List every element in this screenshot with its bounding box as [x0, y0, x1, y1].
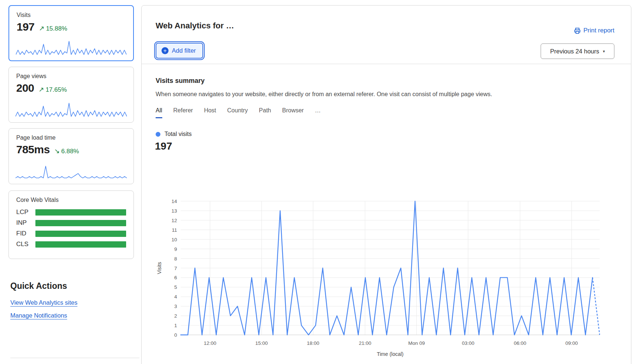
metric-title: Page load time — [16, 134, 126, 141]
sidebar: Visits 197 ↗15.88% Page views 200 ↗17.65… — [0, 0, 141, 364]
vital-row-fid: FID — [16, 230, 126, 237]
tab-all[interactable]: All — [156, 107, 162, 118]
svg-text:10: 10 — [171, 237, 177, 242]
svg-text:4: 4 — [174, 294, 177, 300]
metric-value: 200 — [16, 82, 34, 94]
metric-card-page-views[interactable]: Page views 200 ↗17.65% — [8, 67, 134, 123]
trend-value: 6.88% — [61, 148, 79, 155]
metric-value: 197 — [17, 21, 35, 33]
vital-label: FID — [16, 230, 35, 237]
total-visits-value: 197 — [155, 140, 172, 152]
core-web-vitals-card: Core Web Vitals LCP INP FID CLS — [8, 190, 134, 259]
svg-text:03:00: 03:00 — [462, 340, 474, 346]
svg-text:18:00: 18:00 — [307, 340, 319, 346]
svg-text:Time (local): Time (local) — [377, 351, 404, 357]
plus-circle-icon: + — [162, 47, 169, 54]
tab-browser[interactable]: Browser — [282, 107, 304, 118]
svg-text:15:00: 15:00 — [255, 340, 268, 346]
time-range-label: Previous 24 hours — [550, 48, 599, 55]
add-filter-label: Add filter — [172, 47, 196, 54]
visits-line-chart: 0123456789101112131412:0015:0018:0021:00… — [155, 174, 625, 364]
add-filter-button[interactable]: + Add filter — [156, 43, 203, 59]
svg-text:6: 6 — [174, 275, 177, 280]
time-range-dropdown[interactable]: Previous 24 hours ▾ — [541, 43, 614, 59]
page-load-sparkline — [15, 163, 127, 180]
web-analytics-page: Visits 197 ↗15.88% Page views 200 ↗17.65… — [0, 0, 638, 364]
vital-row-inp: INP — [16, 219, 126, 227]
svg-text:2: 2 — [174, 313, 177, 319]
tab-referer[interactable]: Referer — [173, 107, 193, 118]
metric-value: 785ms — [16, 143, 50, 156]
trend-down-icon: ↘ — [54, 147, 60, 155]
header-divider — [142, 64, 631, 64]
vital-bar-good — [35, 209, 126, 216]
metric-title: Visits — [17, 12, 126, 18]
svg-text:12: 12 — [171, 218, 177, 223]
vital-label: INP — [16, 219, 35, 227]
trend-indicator: ↗15.88% — [39, 24, 67, 32]
manage-notifications-link[interactable]: Manage Notifications — [10, 312, 67, 319]
vital-label: LCP — [16, 209, 35, 216]
svg-text:7: 7 — [174, 266, 177, 271]
vital-bar-good — [35, 231, 126, 237]
trend-value: 15.88% — [46, 25, 67, 32]
vitals-title: Core Web Vitals — [16, 197, 126, 203]
main-panel: Web Analytics for … Print report + Add f… — [141, 5, 631, 364]
vital-bar-good — [35, 241, 126, 248]
metric-title: Page views — [16, 73, 126, 80]
svg-text:Visits: Visits — [156, 262, 162, 274]
chart-legend: Total visits — [156, 131, 192, 137]
vital-bar-good — [35, 220, 126, 226]
legend-dot-icon — [156, 132, 160, 137]
print-report-label: Print report — [583, 27, 614, 34]
vital-row-lcp: LCP — [16, 209, 126, 216]
sidebar-divider — [10, 358, 139, 358]
svg-text:3: 3 — [174, 304, 177, 309]
printer-icon — [574, 27, 581, 34]
svg-text:5: 5 — [174, 284, 177, 290]
tab-host[interactable]: Host — [204, 107, 216, 118]
svg-text:11: 11 — [172, 227, 177, 233]
svg-text:8: 8 — [174, 256, 177, 262]
visits-sparkline — [16, 40, 126, 57]
view-web-analytics-sites-link[interactable]: View Web Analytics sites — [10, 299, 77, 306]
quick-actions-title: Quick Actions — [10, 281, 67, 291]
svg-text:0: 0 — [174, 332, 177, 338]
metric-card-page-load-time[interactable]: Page load time 785ms ↘6.88% — [8, 128, 134, 184]
page-title: Web Analytics for … — [156, 21, 234, 31]
svg-text:09:00: 09:00 — [565, 340, 578, 346]
svg-text:1: 1 — [174, 323, 177, 328]
print-report-link[interactable]: Print report — [574, 27, 614, 34]
visits-summary-title: Visits summary — [156, 77, 205, 85]
svg-text:14: 14 — [171, 199, 177, 204]
svg-text:21:00: 21:00 — [359, 340, 371, 346]
metric-card-visits[interactable]: Visits 197 ↗15.88% — [8, 5, 134, 61]
page-views-sparkline — [15, 102, 127, 119]
tab-path[interactable]: Path — [259, 107, 271, 118]
trend-up-icon: ↗ — [39, 25, 45, 32]
trend-indicator: ↗17.65% — [39, 85, 67, 94]
svg-text:Mon 09: Mon 09 — [408, 340, 425, 346]
dimension-tabs: All Referer Host Country Path Browser … — [156, 107, 321, 118]
tab-more-ellipsis[interactable]: … — [315, 107, 321, 118]
tab-country[interactable]: Country — [227, 107, 248, 118]
svg-text:13: 13 — [171, 208, 177, 214]
svg-text:06:00: 06:00 — [514, 340, 526, 346]
svg-text:9: 9 — [174, 246, 177, 252]
trend-up-icon: ↗ — [39, 86, 44, 93]
vital-row-cls: CLS — [16, 241, 126, 248]
legend-label: Total visits — [164, 131, 192, 137]
svg-text:12:00: 12:00 — [204, 340, 216, 346]
trend-value: 17.65% — [46, 86, 67, 93]
trend-indicator: ↘6.88% — [54, 147, 79, 155]
visits-summary-description: When someone navigates to your website, … — [156, 91, 492, 98]
vital-label: CLS — [16, 241, 35, 248]
chevron-down-icon: ▾ — [603, 49, 605, 54]
